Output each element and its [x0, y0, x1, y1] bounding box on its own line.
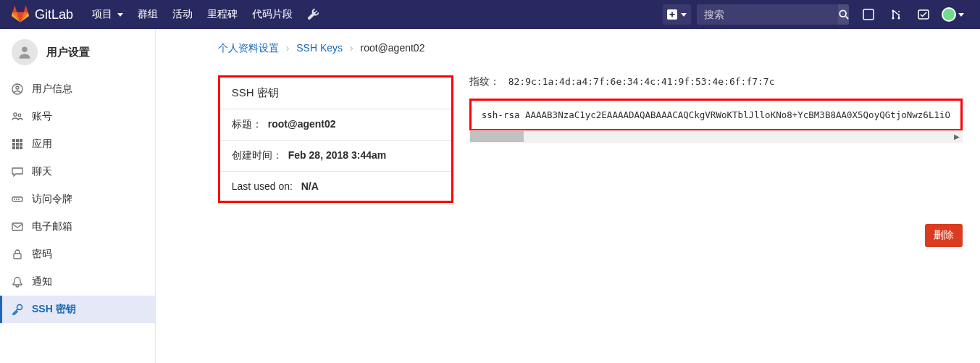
user-icon: [17, 45, 32, 59]
nav-snippets[interactable]: 代码片段: [245, 0, 300, 29]
plus-square-icon: [667, 9, 677, 20]
svg-point-24: [18, 199, 20, 200]
user-circle-icon: [12, 83, 23, 95]
svg-rect-18: [12, 146, 15, 149]
search-icon: [839, 9, 849, 20]
top-navbar: GitLab 项目 群组 活动 里程碑 代码片段: [0, 0, 980, 29]
nav-milestones[interactable]: 里程碑: [200, 0, 245, 29]
nav-admin-wrench[interactable]: [300, 0, 326, 29]
svg-point-10: [14, 113, 17, 116]
sidebar-item-ssh[interactable]: SSH 密钥: [0, 296, 155, 323]
sidebar-item-password[interactable]: 密码: [0, 241, 155, 268]
fingerprint-value: 82:9c:1a:4d:a4:7f:6e:34:4c:41:9f:53:4e:6…: [508, 76, 775, 87]
nav-projects[interactable]: 项目: [85, 0, 130, 29]
sidebar-item-apps[interactable]: 应用: [0, 130, 155, 158]
svg-rect-19: [16, 146, 19, 149]
svg-point-1: [839, 10, 846, 17]
avatar: [942, 7, 956, 22]
sidebar-item-chat[interactable]: 聊天: [0, 158, 155, 185]
apps-grid-icon: [12, 138, 23, 150]
issues-icon: [863, 9, 874, 20]
svg-point-5: [892, 17, 895, 20]
ssh-key-text[interactable]: ssh-rsa AAAAB3NzaC1yc2EAAAADAQABAAACAQCk…: [469, 99, 963, 131]
brand-text[interactable]: GitLab: [35, 7, 73, 22]
search-box: [697, 4, 849, 25]
sidebar-item-tokens[interactable]: 访问令牌: [0, 185, 155, 213]
horizontal-scrollbar[interactable]: ▶: [469, 130, 963, 143]
svg-rect-16: [16, 143, 19, 146]
chevron-right-icon: ›: [350, 42, 353, 54]
search-button[interactable]: [838, 4, 849, 25]
lock-icon: [12, 249, 23, 260]
svg-point-23: [16, 199, 17, 200]
todo-icon: [918, 9, 929, 20]
sidebar: 用户设置 用户信息 账号 应用 聊天 访问令牌 电子邮箱 密码 通知 SSH 密…: [0, 29, 156, 363]
svg-point-27: [17, 305, 22, 310]
svg-rect-13: [16, 139, 19, 142]
svg-rect-25: [12, 223, 22, 230]
nav-groups[interactable]: 群组: [130, 0, 165, 29]
chevron-down-icon: [958, 13, 964, 17]
sidebar-item-profile[interactable]: 用户信息: [0, 75, 155, 103]
card-row-created: 创建时间：Feb 28, 2018 3:44am: [220, 141, 451, 172]
svg-rect-14: [20, 139, 22, 142]
card-row-title: 标题：root@agent02: [220, 109, 451, 141]
user-menu[interactable]: [939, 4, 967, 25]
gitlab-logo[interactable]: [12, 6, 29, 23]
svg-point-4: [898, 17, 900, 20]
wrench-icon: [307, 9, 319, 20]
bell-icon: [12, 276, 23, 288]
nav-issues[interactable]: [856, 4, 881, 25]
svg-rect-12: [12, 139, 15, 142]
breadcrumb-sshkeys[interactable]: SSH Keys: [296, 42, 343, 54]
svg-rect-2: [863, 9, 874, 20]
svg-point-11: [18, 114, 21, 117]
chevron-down-icon: [681, 13, 687, 17]
sidebar-item-account[interactable]: 账号: [0, 103, 155, 130]
card-header: SSH 密钥: [220, 78, 451, 109]
svg-point-7: [22, 47, 28, 53]
sidebar-item-emails[interactable]: 电子邮箱: [0, 213, 155, 241]
svg-point-22: [14, 199, 15, 200]
svg-point-3: [892, 10, 895, 12]
chevron-right-icon: ›: [286, 42, 290, 54]
nav-merge-requests[interactable]: [884, 4, 908, 25]
user-avatar-placeholder: [12, 39, 38, 65]
svg-rect-26: [14, 254, 21, 259]
fingerprint-label: 指纹：: [469, 75, 500, 87]
scroll-right-arrow[interactable]: ▶: [950, 130, 963, 143]
search-input[interactable]: [697, 9, 838, 20]
breadcrumb: 个人资料设置 › SSH Keys › root@agent02: [218, 42, 963, 55]
nav-activity[interactable]: 活动: [165, 0, 200, 29]
sidebar-title: 用户设置: [46, 46, 90, 59]
chevron-down-icon: [117, 13, 123, 17]
content: 个人资料设置 › SSH Keys › root@agent02 SSH 密钥 …: [156, 29, 980, 363]
svg-rect-20: [20, 146, 22, 149]
svg-point-9: [16, 86, 19, 89]
ssh-key-card: SSH 密钥 标题：root@agent02 创建时间：Feb 28, 2018…: [218, 75, 453, 203]
sidebar-item-notifications[interactable]: 通知: [0, 268, 155, 296]
svg-rect-15: [12, 143, 15, 146]
token-icon: [12, 193, 23, 205]
breadcrumb-current: root@agent02: [361, 42, 425, 54]
scrollbar-thumb[interactable]: [470, 131, 524, 142]
delete-button[interactable]: 删除: [925, 224, 963, 247]
card-row-lastused: Last used on: N/A: [220, 172, 451, 201]
new-dropdown[interactable]: [663, 4, 691, 25]
gear-users-icon: [12, 111, 23, 122]
sidebar-header: 用户设置: [0, 29, 155, 75]
chat-icon: [12, 166, 23, 178]
breadcrumb-profile[interactable]: 个人资料设置: [218, 42, 279, 54]
svg-rect-17: [20, 143, 22, 146]
key-icon: [12, 304, 23, 315]
mail-icon: [12, 221, 23, 233]
merge-icon: [890, 9, 902, 20]
nav-todos[interactable]: [911, 4, 936, 25]
fingerprint-row: 指纹： 82:9c:1a:4d:a4:7f:6e:34:4c:41:9f:53:…: [469, 75, 963, 88]
